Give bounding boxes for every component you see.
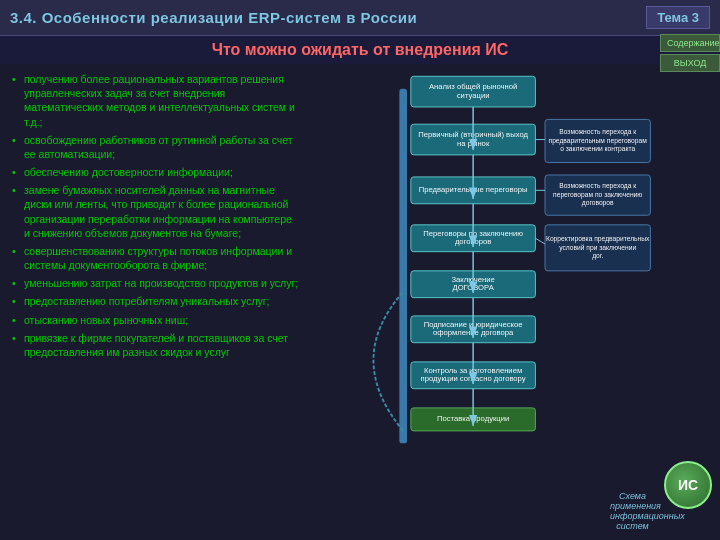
diagram-svg: Анализ общей рыночнойситуацииПервичный (… (315, 69, 660, 534)
svg-rect-1 (399, 89, 407, 444)
svg-text:Возможность перехода к: Возможность перехода к (559, 182, 636, 190)
svg-rect-31 (411, 362, 536, 389)
svg-rect-34 (411, 408, 536, 431)
svg-text:о заключении контракта: о заключении контракта (560, 145, 635, 153)
left-panel: получению более рациональных вариантов р… (0, 64, 310, 539)
svg-text:ситуации: ситуации (457, 91, 490, 100)
svg-text:дог.: дог. (592, 252, 603, 260)
is-label: ИС (678, 477, 698, 493)
svg-text:предварительным переговорам: предварительным переговорам (549, 137, 648, 145)
svg-text:условий при заключении: условий при заключении (559, 244, 636, 252)
header-title: 3.4. Особенности реализации ERP-систем в… (10, 9, 417, 26)
subtitle: Что можно ожидать от внедрения ИС (0, 36, 720, 64)
svg-text:Переговоры по заключению: Переговоры по заключению (423, 229, 523, 238)
bullet-item: обеспечению достоверности информации; (12, 165, 300, 179)
svg-text:на рынок: на рынок (457, 139, 490, 148)
diagram-container: Анализ общей рыночнойситуацииПервичный (… (315, 69, 660, 534)
bullet-item: отысканию новых рыночных ниш; (12, 313, 300, 327)
content-button[interactable]: Содержание (660, 34, 720, 52)
bullet-item: освобождению работников от рутинной рабо… (12, 133, 300, 161)
svg-text:Корректировка предварительных: Корректировка предварительных (546, 235, 650, 243)
svg-text:Анализ общей рыночной: Анализ общей рыночной (429, 82, 517, 91)
svg-text:Возможность перехода к: Возможность перехода к (559, 128, 636, 136)
svg-rect-18 (411, 225, 536, 252)
svg-rect-21 (411, 271, 536, 298)
svg-text:переговорам по заключению: переговорам по заключению (553, 191, 642, 199)
svg-line-45 (535, 238, 545, 244)
svg-rect-2 (411, 76, 536, 107)
svg-text:Подписание и юридическое: Подписание и юридическое (424, 320, 523, 329)
bullet-item: привязке к фирме покупателей и поставщик… (12, 331, 300, 359)
bullet-item: предоставлению потребителям уникальных у… (12, 294, 300, 308)
svg-text:договоров: договоров (455, 237, 491, 246)
bullet-item: уменьшению затрат на производство продук… (12, 276, 300, 290)
svg-text:Первичный (вторичный) выход: Первичный (вторичный) выход (418, 130, 528, 139)
bullet-item: замене бумажных носителей данных на магн… (12, 183, 300, 240)
svg-text:Поставка продукции: Поставка продукции (437, 414, 509, 423)
is-circle: ИС (664, 461, 712, 509)
header: 3.4. Особенности реализации ERP-систем в… (0, 0, 720, 36)
bullet-item: совершенствованию структуры потоков инфо… (12, 244, 300, 272)
bullets-container: получению более рациональных вариантов р… (12, 72, 300, 359)
tema-badge: Тема 3 (646, 6, 710, 29)
svg-rect-8 (545, 119, 650, 162)
svg-text:ДОГОВОРА: ДОГОВОРА (452, 283, 494, 292)
svg-rect-5 (411, 124, 536, 155)
svg-rect-14 (545, 175, 650, 215)
svg-rect-12 (411, 177, 536, 204)
svg-text:Предварительные переговоры: Предварительные переговоры (419, 185, 528, 194)
right-panel: Анализ общей рыночнойситуацииПервичный (… (310, 64, 720, 539)
svg-rect-24 (545, 225, 650, 271)
svg-text:Заключение: Заключение (451, 275, 494, 284)
main-content: получению более рациональных вариантов р… (0, 64, 720, 539)
tema-label: Тема 3 (657, 10, 699, 25)
bottom-caption: Схема применения информационных систем (610, 491, 655, 531)
svg-text:оформление договора: оформление договора (433, 328, 514, 337)
svg-text:продукции согласно договору: продукции согласно договору (421, 374, 526, 383)
svg-text:Контроль за изготовлением: Контроль за изготовлением (424, 366, 522, 375)
svg-text:договоров: договоров (582, 199, 614, 207)
svg-rect-28 (411, 316, 536, 343)
bullet-item: получению более рациональных вариантов р… (12, 72, 300, 129)
